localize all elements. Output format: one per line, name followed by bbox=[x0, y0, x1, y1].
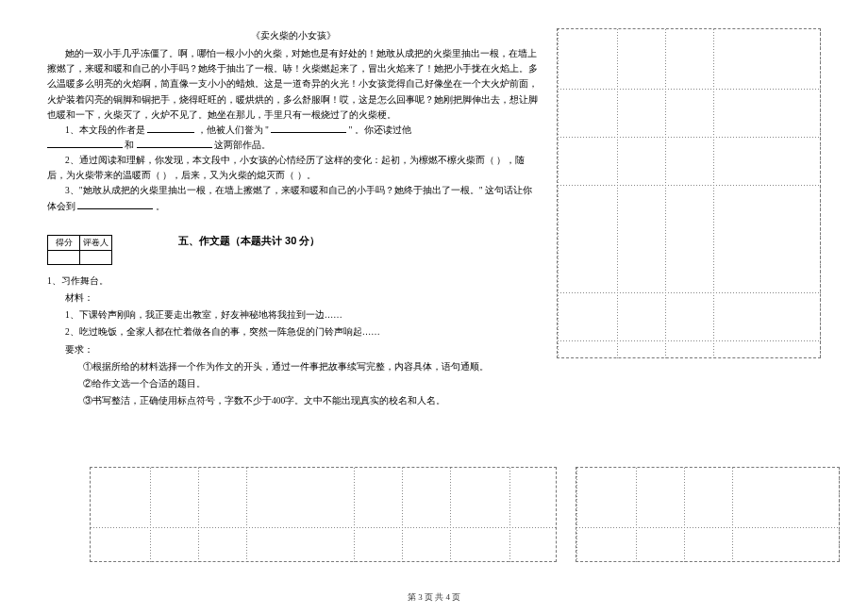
question-3: 3、"她敢从成把的火柴里抽出一根，在墙上擦燃了，来暖和暖和自己的小手吗？她终于抽… bbox=[47, 183, 540, 213]
left-column: 《卖火柴的小女孩》 她的一双小手几乎冻僵了。啊，哪怕一根小小的火柴，对她也是有好… bbox=[0, 0, 557, 408]
right-column bbox=[557, 0, 868, 408]
section-5-header: 得分 评卷人 五、作文题（本题共计 30 分） bbox=[47, 214, 540, 269]
requirement-1: ①根据所给的材料选择一个作为作文的开头，通过一件事把故事续写完整，内容具体，语句… bbox=[65, 359, 540, 374]
material-1: 1、下课铃声刚响，我正要走出教室，好友神秘地将我拉到一边…… bbox=[47, 307, 540, 323]
q1-text-a: 1、本文段的作者是 bbox=[65, 125, 145, 135]
question-1: 1、本文段的作者是 ，他被人们誉为 " " 。你还读过他 和 这两部作品。 bbox=[47, 123, 540, 153]
writing-grid-bottom-left[interactable] bbox=[90, 467, 557, 562]
requirement-label: 要求： bbox=[47, 342, 540, 357]
blank-work1[interactable] bbox=[47, 140, 123, 148]
essay-q1: 1、习作舞台。 bbox=[47, 273, 540, 289]
blank-feeling[interactable] bbox=[77, 201, 153, 209]
passage-title: 《卖火柴的小女孩》 bbox=[47, 28, 540, 43]
q1-text-c: " 。你还读过他 bbox=[349, 125, 411, 135]
blank-work2[interactable] bbox=[137, 140, 212, 148]
passage-body: 她的一双小手几乎冻僵了。啊，哪怕一根小小的火柴，对她也是有好处的！她敢从成把的火… bbox=[47, 46, 540, 123]
q1-text-d: 这两部作品。 bbox=[214, 141, 271, 150]
writing-grid-bottom-right[interactable] bbox=[576, 467, 840, 562]
material-2: 2、吃过晚饭，全家人都在忙着做各自的事，突然一阵急促的门铃声响起…… bbox=[47, 324, 540, 340]
score-cell-score[interactable] bbox=[48, 250, 80, 264]
requirement-2: ②给作文选一个合适的题目。 bbox=[65, 376, 540, 391]
material-label: 材料： bbox=[47, 290, 540, 306]
page-content: 《卖火柴的小女孩》 她的一双小手几乎冻僵了。啊，哪怕一根小小的火柴，对她也是有好… bbox=[0, 0, 868, 408]
q3-text-b: 。 bbox=[156, 202, 165, 211]
score-table: 得分 评卷人 bbox=[47, 235, 112, 265]
question-2: 2、通过阅读和理解，你发现，本文段中，小女孩的心情经历了这样的变化：起初，为檫燃… bbox=[47, 153, 540, 183]
score-header-marker: 评卷人 bbox=[80, 235, 112, 250]
blank-honor[interactable] bbox=[271, 124, 346, 133]
requirement-3: ③书写整洁，正确使用标点符号，字数不少于400字。文中不能出现真实的校名和人名。 bbox=[65, 393, 540, 408]
q1-text-and: 和 bbox=[125, 141, 134, 150]
score-cell-marker[interactable] bbox=[80, 250, 112, 264]
q1-text-b: ，他被人们誉为 " bbox=[197, 125, 269, 135]
section-5-title: 五、作文题（本题共计 30 分） bbox=[178, 232, 320, 250]
page-footer: 第 3 页 共 4 页 bbox=[0, 591, 868, 604]
blank-author[interactable] bbox=[147, 124, 194, 133]
writing-grid-right[interactable] bbox=[557, 28, 821, 358]
score-header-score: 得分 bbox=[48, 235, 80, 250]
